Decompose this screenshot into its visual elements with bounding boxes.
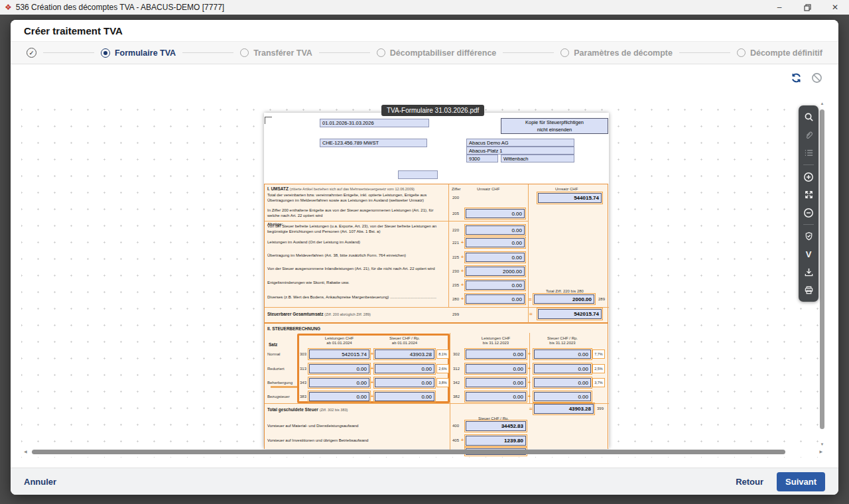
ref-field[interactable] <box>398 170 438 179</box>
field-225[interactable]: 0.00 <box>466 253 525 262</box>
vertical-scrollbar[interactable]: ▲ ▼ <box>819 101 825 446</box>
field-303[interactable]: 542015.74 <box>309 349 369 359</box>
row-label: Vorsteuer auf Material- und Dienstleistu… <box>267 424 445 429</box>
validate-v-icon[interactable]: V <box>800 246 817 263</box>
field-221[interactable]: 0.00 <box>466 238 525 247</box>
viewer-actions <box>790 72 822 84</box>
field-steuer-302[interactable]: 0.00 <box>534 349 591 359</box>
field-200-total[interactable]: 544015.74 <box>538 193 602 203</box>
row-ziffer: 200 <box>452 196 459 200</box>
paperclip-icon <box>800 127 817 143</box>
stepper-connector <box>319 52 370 53</box>
field-steuer-383[interactable]: 0.00 <box>375 392 434 401</box>
field-steuer-313[interactable]: 0.00 <box>375 364 434 373</box>
back-button[interactable]: Retour <box>736 477 763 487</box>
scroll-down-icon[interactable]: ▼ <box>819 442 825 446</box>
rate-badge: 7,7% <box>592 349 605 359</box>
divider <box>448 184 449 307</box>
field-205[interactable]: 0.00 <box>466 209 525 218</box>
address-street-field[interactable]: Abacus-Platz 1 <box>466 147 574 155</box>
scroll-right-icon[interactable]: ▶ <box>819 449 822 454</box>
minimize-icon[interactable]: – <box>765 0 793 15</box>
restore-icon[interactable] <box>793 0 821 15</box>
field-382[interactable]: 0.00 <box>466 392 526 401</box>
horizontal-scroll-thumb[interactable] <box>32 450 785 454</box>
download-icon[interactable] <box>800 264 817 281</box>
row-ziffer: 342 <box>453 381 460 385</box>
field-342[interactable]: 0.00 <box>466 378 526 387</box>
address-name-field[interactable]: Abacus Demo AG <box>466 139 574 147</box>
close-icon[interactable]: ✕ <box>821 0 849 15</box>
satz-header: Satz <box>269 342 277 347</box>
divider <box>528 184 529 324</box>
field-steuer-343[interactable]: 0.00 <box>375 378 434 387</box>
field-steuer-312[interactable]: 0.00 <box>534 364 591 373</box>
col-header-umsatz: Umsatz CHF <box>477 187 499 191</box>
zoom-in-icon[interactable] <box>800 168 817 185</box>
divider <box>450 333 450 450</box>
field-steuer-303[interactable]: 43903.28 <box>375 349 434 359</box>
satz-row-label: Normal <box>267 352 280 356</box>
col-header-umsatz-right: Umsatz CHF <box>555 187 578 191</box>
row-ziffer: 312 <box>453 367 460 371</box>
field-220[interactable]: 0.00 <box>466 225 525 235</box>
field-312[interactable]: 0.00 <box>466 364 526 373</box>
search-icon[interactable] <box>800 109 817 125</box>
field-299-total[interactable]: 542015.74 <box>538 309 602 319</box>
field-405[interactable]: 1239.80 <box>466 436 526 446</box>
refresh-icon[interactable] <box>790 72 802 84</box>
address-city-field[interactable]: Wittenbach <box>501 155 574 162</box>
field-313[interactable]: 0.00 <box>309 364 369 373</box>
field-383[interactable]: 0.00 <box>309 392 369 401</box>
row-ziffer: 220 <box>452 228 459 232</box>
step-done[interactable]: ✓ <box>27 48 36 58</box>
vat-number-field[interactable]: CHE-123.456.789 MWST <box>320 139 427 147</box>
row-label: Leistungen im Ausland (Ort der Leistung … <box>267 240 445 245</box>
zoom-out-icon[interactable] <box>800 204 817 221</box>
step-param-tres-de-d-compte[interactable]: Paramètres de décompte <box>560 48 673 58</box>
period-field[interactable]: 01.01.2026-31.03.2026 <box>320 119 429 127</box>
field-289-total[interactable]: 2000.00 <box>534 294 594 304</box>
field-steuer-382[interactable]: 0.00 <box>534 392 591 401</box>
block-icon[interactable] <box>811 72 822 84</box>
steuer-col-label: Steuer CHF / Rp. <box>478 416 509 420</box>
step-formulaire-tva[interactable]: Formulaire TVA <box>101 48 176 58</box>
satz-row-label: Reduziert <box>267 367 285 371</box>
plus-sign: + <box>371 351 373 356</box>
field-400[interactable]: 34452.83 <box>466 421 526 431</box>
visa-stamp-icon[interactable] <box>800 228 817 245</box>
row-ziffer: 303 <box>300 352 306 356</box>
field-399-total[interactable]: 43903.28 <box>534 404 594 414</box>
plus-sign: + <box>528 366 531 371</box>
equals-sign: = <box>529 311 533 317</box>
next-button[interactable]: Suivant <box>777 472 825 491</box>
step-transf-rer-tva[interactable]: Transférer TVA <box>240 48 312 58</box>
field-280[interactable]: 0.00 <box>466 294 525 304</box>
satz-row-label: Beherbergung <box>267 381 293 385</box>
plus-sign: + <box>371 366 373 371</box>
row-label: Vorsteuer auf Investitionen und übrigem … <box>267 438 445 444</box>
pdf-tool-palette: V <box>799 105 818 302</box>
wizard-stepper: ✓Formulaire TVATransférer TVADécomptabil… <box>11 42 838 64</box>
form-checkbox[interactable] <box>265 117 272 124</box>
scroll-left-icon[interactable]: ◀ <box>24 449 27 454</box>
field-343[interactable]: 0.00 <box>309 378 369 387</box>
step-d-comptabiliser-diff-rence[interactable]: Décomptabiliser différence <box>377 48 496 58</box>
copy-note-box: Kopie für Steuerpflichtigennicht einsend… <box>501 118 608 134</box>
field-302[interactable]: 0.00 <box>466 349 526 359</box>
horizontal-scrollbar[interactable]: ◀ ▶ <box>23 449 824 455</box>
fit-screen-icon[interactable] <box>800 186 817 203</box>
field-230[interactable]: 2000.00 <box>466 267 525 276</box>
scroll-up-icon[interactable]: ▲ <box>819 101 825 105</box>
field-steuer-342[interactable]: 0.00 <box>534 378 591 387</box>
address-zip-field[interactable]: 9300 <box>466 155 498 162</box>
dialog-footer: Annuler Retour Suivant <box>11 468 838 495</box>
print-icon[interactable] <box>800 282 817 298</box>
vertical-scroll-thumb[interactable] <box>820 109 824 429</box>
row-ziffer: 280 <box>452 297 459 301</box>
cancel-button[interactable]: Annuler <box>24 477 56 487</box>
field-235[interactable]: 0.00 <box>466 281 525 290</box>
step-pending-radio-icon <box>377 48 385 57</box>
row-ziffer: 235 <box>452 283 459 287</box>
step-d-compte-d-finitif[interactable]: Décompte définitif <box>737 48 822 58</box>
